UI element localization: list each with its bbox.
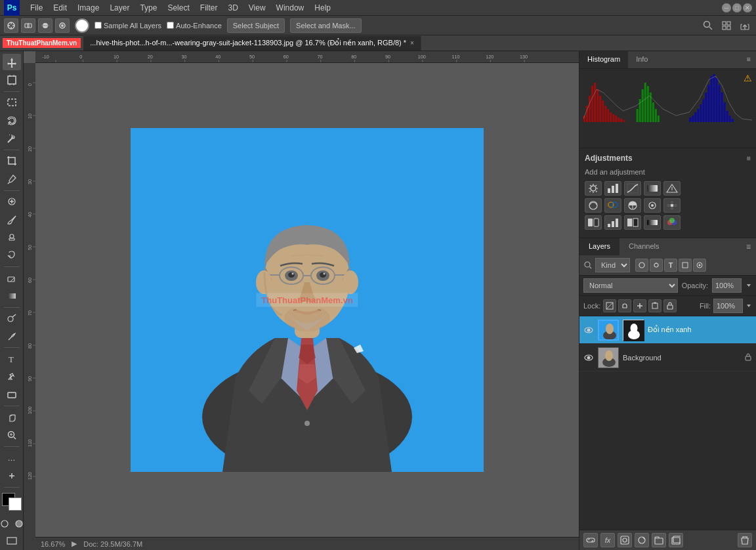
- active-tab[interactable]: ...hive-this-phot...h-of-m...-wearing-gr…: [83, 36, 421, 51]
- adjustments-menu-icon[interactable]: ≡: [747, 154, 751, 162]
- menu-image[interactable]: Image: [72, 0, 104, 16]
- blend-mode-select[interactable]: Normal: [583, 278, 678, 293]
- filter-type-icon[interactable]: T: [664, 259, 677, 272]
- adj-hsl[interactable]: [585, 198, 602, 213]
- maximize-button[interactable]: □: [732, 3, 742, 12]
- menu-filter[interactable]: Filter: [195, 0, 223, 16]
- filter-adjustment-icon[interactable]: [650, 259, 663, 272]
- info-tab[interactable]: Info: [628, 51, 656, 68]
- lock-position[interactable]: [633, 299, 646, 312]
- tool-gradient[interactable]: [3, 287, 21, 304]
- tool-lasso[interactable]: [3, 112, 21, 129]
- select-subject-button[interactable]: Select Subject: [227, 18, 285, 33]
- tool-pen[interactable]: [3, 328, 21, 345]
- layers-tab[interactable]: Layers: [579, 238, 620, 255]
- adj-bw[interactable]: [624, 198, 641, 213]
- adj-invert[interactable]: [585, 215, 602, 230]
- adj-color-balance[interactable]: [604, 198, 621, 213]
- menu-view[interactable]: View: [243, 0, 271, 16]
- tool-rectangular-marquee[interactable]: [3, 95, 21, 111]
- adj-photo-filter[interactable]: [644, 198, 661, 213]
- adj-brightness[interactable]: [585, 181, 602, 196]
- channels-tab[interactable]: Channels: [620, 238, 668, 255]
- opacity-dropdown-icon[interactable]: [746, 282, 752, 289]
- layers-panel-menu[interactable]: ≡: [741, 238, 756, 255]
- tool-rectangle-shape[interactable]: [3, 387, 21, 403]
- tool-brush[interactable]: [3, 211, 21, 228]
- tool-text[interactable]: T: [3, 350, 21, 367]
- layer-1-visibility[interactable]: [583, 325, 594, 335]
- create-adjustment-button[interactable]: [635, 533, 649, 547]
- menu-type[interactable]: Type: [135, 0, 162, 16]
- tool-option-icon-4[interactable]: [55, 18, 70, 33]
- tool-eyedropper[interactable]: [3, 171, 21, 187]
- tool-spot-healing[interactable]: [3, 193, 21, 209]
- tool-dodge[interactable]: [3, 310, 21, 327]
- quick-mask-on[interactable]: [12, 517, 24, 530]
- tool-hand[interactable]: [3, 409, 21, 425]
- screen-mode[interactable]: [3, 534, 21, 547]
- minimize-button[interactable]: ─: [722, 3, 731, 12]
- status-arrow[interactable]: ▶: [72, 539, 77, 548]
- arrange-icon[interactable]: [719, 18, 734, 33]
- sample-all-layers-input[interactable]: [94, 22, 102, 29]
- adj-curves[interactable]: [624, 181, 641, 196]
- tool-path-select[interactable]: [3, 369, 21, 385]
- menu-layer[interactable]: Layer: [104, 0, 135, 16]
- create-layer-button[interactable]: [669, 533, 683, 547]
- background-color[interactable]: [9, 497, 22, 511]
- menu-edit[interactable]: Edit: [48, 0, 72, 16]
- adj-levels[interactable]: [604, 181, 621, 196]
- tool-crop[interactable]: [3, 153, 21, 169]
- adj-threshold[interactable]: [624, 215, 641, 230]
- layer-2-visibility[interactable]: [583, 352, 594, 363]
- add-mask-button[interactable]: [618, 533, 632, 547]
- adj-channel-mixer[interactable]: [663, 198, 681, 213]
- tool-eraser[interactable]: [3, 270, 21, 286]
- adj-selective-color[interactable]: [663, 215, 681, 230]
- menu-file[interactable]: File: [25, 0, 48, 16]
- tool-option-icon-2[interactable]: [21, 18, 35, 33]
- tool-history-brush[interactable]: [3, 247, 21, 264]
- tool-zoom[interactable]: [3, 427, 21, 444]
- share-icon[interactable]: [738, 18, 752, 33]
- adj-vibrance[interactable]: [663, 181, 681, 196]
- close-button[interactable]: ✕: [743, 3, 752, 12]
- fill-dropdown-icon[interactable]: [746, 303, 752, 309]
- quick-mask-off[interactable]: [0, 517, 11, 530]
- auto-enhance-checkbox[interactable]: Auto-Enhance: [167, 22, 222, 30]
- tool-magic-wand[interactable]: [3, 130, 21, 146]
- layer-item-2[interactable]: Background: [579, 344, 756, 371]
- lock-image-pixels[interactable]: [618, 299, 631, 312]
- menu-select[interactable]: Select: [162, 0, 194, 16]
- tool-artboard[interactable]: [3, 72, 21, 88]
- tool-option-icon-1[interactable]: [4, 18, 18, 33]
- tool-option-icon-3[interactable]: [38, 18, 52, 33]
- filter-pixel-icon[interactable]: [635, 259, 648, 272]
- brush-size-preview[interactable]: [75, 18, 89, 33]
- layer-item-1[interactable]: Đổi nền xanh: [579, 316, 756, 344]
- filter-smart-icon[interactable]: [693, 259, 706, 272]
- histogram-panel-menu[interactable]: ≡: [742, 51, 756, 68]
- filter-shape-icon[interactable]: [679, 259, 692, 272]
- tab-close-icon[interactable]: ×: [410, 39, 414, 47]
- fill-input[interactable]: [713, 299, 743, 313]
- opacity-input[interactable]: [712, 278, 742, 293]
- tool-stamp[interactable]: [3, 229, 21, 245]
- sample-all-layers-checkbox[interactable]: Sample All Layers: [94, 22, 161, 30]
- menu-window[interactable]: Window: [271, 0, 310, 16]
- adj-posterize[interactable]: [604, 215, 621, 230]
- menu-help[interactable]: Help: [309, 0, 336, 16]
- tool-move-rotate[interactable]: [3, 467, 21, 484]
- lock-all[interactable]: [663, 299, 677, 312]
- link-layers-button[interactable]: [583, 533, 598, 547]
- delete-layer-button[interactable]: [738, 533, 752, 547]
- tool-move[interactable]: [3, 54, 21, 70]
- menu-3d[interactable]: 3D: [222, 0, 243, 16]
- search-icon[interactable]: [701, 18, 715, 33]
- layer-effects-button[interactable]: fx: [600, 533, 615, 547]
- histogram-tab[interactable]: Histogram: [579, 51, 628, 68]
- select-and-mask-button[interactable]: Select and Mask...: [290, 18, 362, 33]
- lock-transparent-pixels[interactable]: [603, 299, 616, 312]
- adj-exposure[interactable]: [644, 181, 661, 196]
